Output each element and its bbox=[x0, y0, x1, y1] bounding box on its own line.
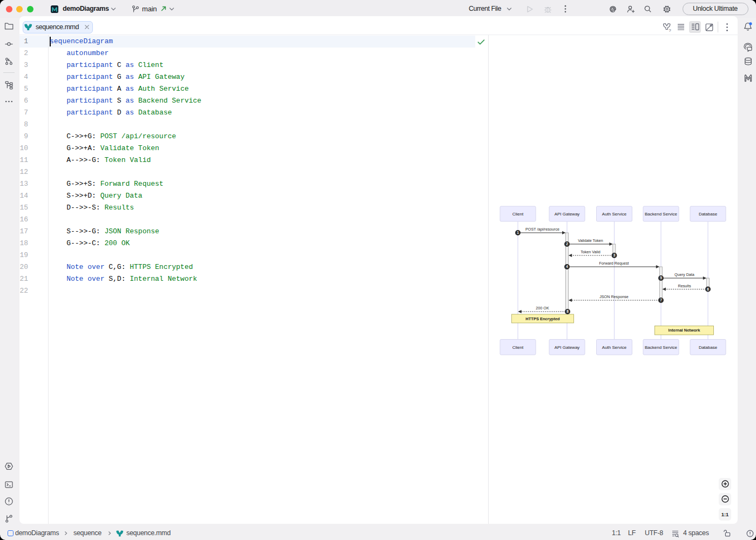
svg-text:5: 5 bbox=[660, 276, 662, 280]
svg-text:Validate Token: Validate Token bbox=[578, 238, 603, 243]
svg-text:Client: Client bbox=[512, 212, 524, 217]
svg-text:4: 4 bbox=[566, 265, 568, 268]
svg-text:Auth Service: Auth Service bbox=[602, 212, 627, 217]
svg-text:1: 1 bbox=[517, 231, 519, 234]
svg-text:POST /api/resource: POST /api/resource bbox=[525, 227, 559, 232]
svg-text:Backend Service: Backend Service bbox=[645, 345, 678, 350]
svg-text:?: ? bbox=[669, 28, 671, 32]
svg-text:Auth Service: Auth Service bbox=[602, 345, 627, 350]
svg-text:2: 2 bbox=[566, 242, 568, 246]
svg-text:Token Valid: Token Valid bbox=[580, 249, 600, 254]
svg-text:Query Data: Query Data bbox=[674, 272, 694, 277]
svg-text:3: 3 bbox=[613, 253, 616, 257]
svg-text:200 OK: 200 OK bbox=[536, 306, 549, 310]
svg-text:Database: Database bbox=[699, 345, 718, 350]
svg-text:Internal Network: Internal Network bbox=[669, 328, 701, 333]
svg-text:HTTPS Encrypted: HTTPS Encrypted bbox=[525, 316, 560, 321]
svg-text:Client: Client bbox=[512, 345, 524, 350]
svg-text:API Gateway: API Gateway bbox=[555, 212, 580, 217]
svg-text:Database: Database bbox=[699, 212, 718, 217]
svg-text:Forward Request: Forward Request bbox=[599, 261, 629, 266]
svg-text:6: 6 bbox=[707, 287, 709, 291]
svg-text:Backend Service: Backend Service bbox=[645, 212, 678, 217]
svg-text:7: 7 bbox=[660, 298, 662, 302]
svg-text:Results: Results bbox=[678, 284, 691, 288]
svg-text:JSON Response: JSON Response bbox=[599, 294, 629, 299]
svg-text:API Gateway: API Gateway bbox=[555, 345, 580, 350]
svg-text:8: 8 bbox=[566, 309, 569, 313]
